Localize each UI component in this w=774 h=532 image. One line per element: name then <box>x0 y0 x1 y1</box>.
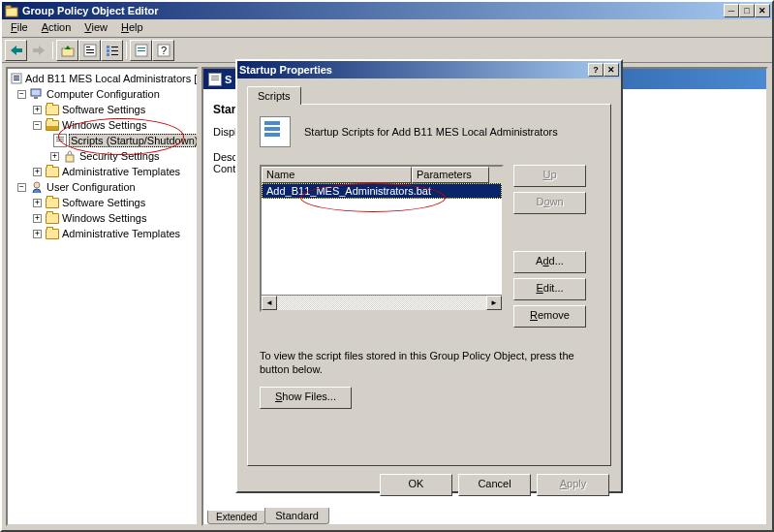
tree-cc-scripts[interactable]: Scripts (Startup/Shutdown) <box>8 133 197 148</box>
menu-file[interactable]: File <box>4 19 35 37</box>
tree-root-label: Add B11 MES Local Administrators [ <box>25 73 197 84</box>
up-folder-button[interactable] <box>56 40 78 61</box>
back-button[interactable] <box>5 40 27 61</box>
tree-uc-admin[interactable]: +Administrative Templates <box>8 226 197 241</box>
menu-action[interactable]: Action <box>35 19 78 37</box>
menu-view[interactable]: View <box>77 19 114 37</box>
expand-icon[interactable]: + <box>33 168 42 176</box>
help-button[interactable]: ? <box>588 63 604 77</box>
svg-rect-23 <box>14 79 19 80</box>
svg-rect-14 <box>111 54 118 55</box>
help-button[interactable]: ? <box>152 40 174 61</box>
tree-cc-admin[interactable]: +Administrative Templates <box>8 164 197 179</box>
dialog-titlebar[interactable]: Startup Properties ? ✕ <box>237 61 621 78</box>
tab-extended[interactable]: Extended <box>207 511 265 524</box>
menubar: File Action View Help <box>2 19 772 38</box>
up-button: Up <box>513 165 586 187</box>
folder-icon <box>46 198 59 208</box>
scroll-left-icon[interactable]: ◄ <box>262 296 277 310</box>
svg-rect-26 <box>66 155 74 162</box>
tree-computer-config[interactable]: −Computer Configuration <box>8 86 197 102</box>
expand-icon[interactable]: + <box>33 199 42 207</box>
cancel-button[interactable]: Cancel <box>458 474 531 496</box>
tree-cc-software[interactable]: +Software Settings <box>8 102 197 117</box>
add-button[interactable]: Add... <box>513 251 586 273</box>
properties-button[interactable] <box>78 40 101 61</box>
refresh-button[interactable] <box>130 40 152 61</box>
computer-icon <box>30 88 44 100</box>
ok-button[interactable]: OK <box>380 474 452 496</box>
tree-cc-windows[interactable]: −Windows Settings <box>8 117 197 133</box>
list-item[interactable]: Add_B11_MES_Administrators.bat <box>262 183 502 199</box>
svg-rect-0 <box>6 8 17 16</box>
scroll-right-icon[interactable]: ► <box>486 296 502 310</box>
svg-rect-11 <box>107 53 109 56</box>
bottom-tabs: Extended Standard <box>203 505 766 524</box>
scripts-listview[interactable]: Name Parameters Add_B11_MES_Administrato… <box>260 165 504 312</box>
column-params[interactable]: Parameters <box>412 167 489 183</box>
svg-rect-2 <box>15 48 22 52</box>
svg-rect-16 <box>138 47 145 48</box>
main-title: Group Policy Object Editor <box>22 5 724 16</box>
app-icon <box>4 3 19 18</box>
svg-rect-22 <box>14 78 19 78</box>
info-text: Startup Scripts for Add B11 MES Local Ad… <box>304 126 558 138</box>
startup-properties-dialog: Startup Properties ? ✕ Scripts Startup S… <box>235 59 623 493</box>
svg-rect-7 <box>86 49 94 50</box>
scripts-large-icon <box>260 116 291 147</box>
main-titlebar[interactable]: Group Policy Object Editor ─ □ ✕ <box>2 2 772 19</box>
svg-rect-3 <box>33 48 40 52</box>
tab-scripts[interactable]: Scripts <box>247 86 301 105</box>
svg-rect-21 <box>14 76 19 77</box>
forward-button <box>27 40 49 61</box>
tree-uc-windows[interactable]: +Windows Settings <box>8 210 197 226</box>
svg-point-27 <box>34 182 40 188</box>
folder-icon <box>46 105 59 115</box>
minimize-button[interactable]: ─ <box>724 4 739 17</box>
tab-standard[interactable]: Standard <box>264 508 329 524</box>
column-name[interactable]: Name <box>262 167 412 183</box>
edit-button[interactable]: Edit... <box>513 278 586 300</box>
maximize-button[interactable]: □ <box>739 4 755 17</box>
svg-rect-12 <box>111 47 118 47</box>
svg-rect-8 <box>86 52 94 53</box>
h-scrollbar[interactable]: ◄ ► <box>262 295 502 310</box>
list-view-button[interactable] <box>101 40 123 61</box>
down-button: Down <box>513 192 586 214</box>
expand-icon[interactable]: + <box>33 106 42 114</box>
folder-open-icon <box>46 120 59 131</box>
tab-panel: Startup Scripts for Add B11 MES Local Ad… <box>247 104 611 466</box>
scripts-icon <box>53 134 67 147</box>
folder-icon <box>46 213 59 224</box>
hint-text: To view the script files stored in this … <box>260 349 599 377</box>
svg-rect-25 <box>34 97 38 99</box>
svg-text:?: ? <box>161 45 167 56</box>
svg-rect-6 <box>86 47 90 47</box>
folder-icon <box>46 229 59 239</box>
svg-rect-17 <box>138 50 145 51</box>
close-button[interactable]: ✕ <box>755 4 770 17</box>
show-files-button[interactable]: Show Files... <box>260 387 352 409</box>
svg-rect-13 <box>111 50 118 51</box>
tree-pane[interactable]: Add B11 MES Local Administrators [ −Comp… <box>6 67 199 526</box>
remove-button[interactable]: Remove <box>513 305 586 328</box>
dialog-title: Startup Properties <box>239 64 588 76</box>
expand-icon[interactable]: + <box>33 214 42 223</box>
apply-button: Apply <box>537 474 609 496</box>
collapse-icon[interactable]: − <box>17 183 26 192</box>
tree-user-config[interactable]: −User Configuration <box>8 179 197 195</box>
collapse-icon[interactable]: − <box>33 121 42 130</box>
expand-icon[interactable]: + <box>33 230 42 238</box>
tree-uc-software[interactable]: +Software Settings <box>8 195 197 210</box>
dialog-close-button[interactable]: ✕ <box>604 63 619 77</box>
tree-root[interactable]: Add B11 MES Local Administrators [ <box>8 71 197 86</box>
collapse-icon[interactable]: − <box>17 90 26 99</box>
security-icon <box>62 148 77 164</box>
tree-cc-security[interactable]: +Security Settings <box>8 148 197 164</box>
svg-rect-10 <box>107 49 109 52</box>
svg-rect-4 <box>62 48 74 56</box>
scripts-icon <box>207 72 223 87</box>
expand-icon[interactable]: + <box>50 152 59 161</box>
user-icon <box>29 179 45 195</box>
menu-help[interactable]: Help <box>114 19 150 37</box>
